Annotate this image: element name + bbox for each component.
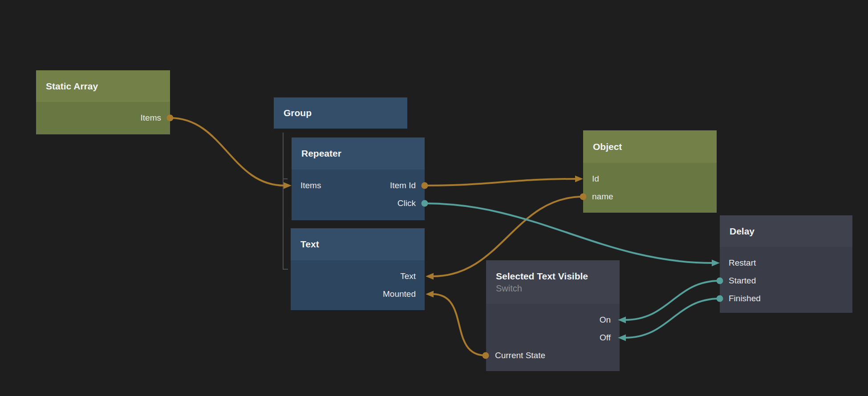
node-header[interactable]: Delay — [720, 215, 852, 247]
node-header[interactable]: Repeater — [292, 137, 425, 170]
connections-layer — [0, 0, 868, 396]
port-row[interactable]: Off — [486, 329, 620, 347]
wire-repeater-item-id-to-object-id[interactable] — [422, 176, 584, 189]
node-title: Text — [300, 238, 415, 250]
node-header[interactable]: Group — [274, 97, 407, 129]
port-finished-output[interactable]: Finished — [729, 290, 761, 307]
node-subtitle: Switch — [496, 283, 610, 294]
port-mounted-input[interactable]: Mounted — [383, 285, 416, 303]
port-current-state-output[interactable]: Current State — [495, 347, 545, 364]
node-body: On Off Current State — [486, 304, 620, 371]
port-items-output[interactable]: Items — [36, 109, 170, 127]
node-title: Delay — [730, 225, 843, 237]
node-editor-canvas[interactable]: Static Array Items Group Repeater Items … — [0, 0, 868, 396]
arrowhead-icon — [426, 273, 434, 280]
port-id-input[interactable]: Id — [592, 170, 599, 188]
node-static-array[interactable]: Static Array Items — [36, 70, 170, 134]
port-on-input[interactable]: On — [600, 311, 611, 329]
port-restart-input[interactable]: Restart — [729, 254, 756, 272]
node-body: Text Mounted — [291, 260, 425, 310]
port-click-output[interactable]: Click — [397, 194, 416, 212]
node-switch[interactable]: Selected Text Visible Switch On Off Curr… — [486, 260, 620, 371]
port-started-output[interactable]: Started — [729, 272, 756, 290]
port-row[interactable]: Click — [292, 194, 425, 212]
port-row[interactable]: Restart — [720, 254, 852, 272]
port-items-input[interactable]: Items — [300, 177, 321, 194]
node-body: Restart Started Finished — [720, 247, 852, 313]
port-off-input[interactable]: Off — [600, 329, 611, 347]
port-row[interactable]: On — [486, 311, 620, 329]
port-row[interactable]: Started — [720, 272, 852, 290]
port-name-output[interactable]: name — [592, 188, 613, 206]
port-row[interactable]: Items Item Id — [292, 177, 425, 194]
node-title: Object — [593, 141, 707, 153]
port-row[interactable]: Mounted — [291, 285, 425, 303]
arrowhead-icon — [575, 176, 583, 182]
node-title: Static Array — [46, 80, 160, 92]
port-row[interactable]: name — [583, 188, 717, 206]
arrowhead-icon — [426, 291, 434, 298]
node-object[interactable]: Object Id name — [583, 130, 717, 213]
node-body: Id name — [583, 163, 717, 213]
node-body: Items — [36, 102, 170, 134]
node-header[interactable]: Object — [583, 130, 717, 163]
port-text-input[interactable]: Text — [400, 267, 416, 285]
port-row[interactable]: Finished — [720, 290, 852, 307]
node-body: Items Item Id Click — [292, 170, 425, 220]
node-group[interactable]: Group — [274, 97, 407, 129]
group-children-bracket — [283, 133, 288, 269]
arrowhead-icon — [712, 260, 720, 267]
node-repeater[interactable]: Repeater Items Item Id Click — [292, 137, 425, 220]
node-header[interactable]: Selected Text Visible Switch — [486, 260, 620, 304]
port-row[interactable]: Text — [291, 267, 425, 285]
wire-delay-finished-to-switch-off[interactable] — [618, 295, 723, 341]
node-title: Selected Text Visible — [496, 270, 610, 282]
wire-static-array-items-to-repeater-items[interactable] — [167, 115, 292, 189]
node-title: Repeater — [301, 147, 415, 159]
arrowhead-icon — [284, 182, 292, 189]
node-header[interactable]: Text — [291, 228, 425, 260]
port-row[interactable]: Id — [583, 170, 717, 188]
node-text[interactable]: Text Text Mounted — [291, 228, 425, 310]
node-header[interactable]: Static Array — [36, 70, 170, 102]
node-delay[interactable]: Delay Restart Started Finished — [720, 215, 852, 313]
node-title: Group — [284, 107, 397, 119]
port-item-id-output[interactable]: Item Id — [390, 177, 416, 194]
wire-switch-current-state-to-text-mounted[interactable] — [426, 291, 489, 359]
port-row[interactable]: Current State — [486, 347, 620, 364]
wire-delay-started-to-switch-on[interactable] — [618, 278, 723, 323]
